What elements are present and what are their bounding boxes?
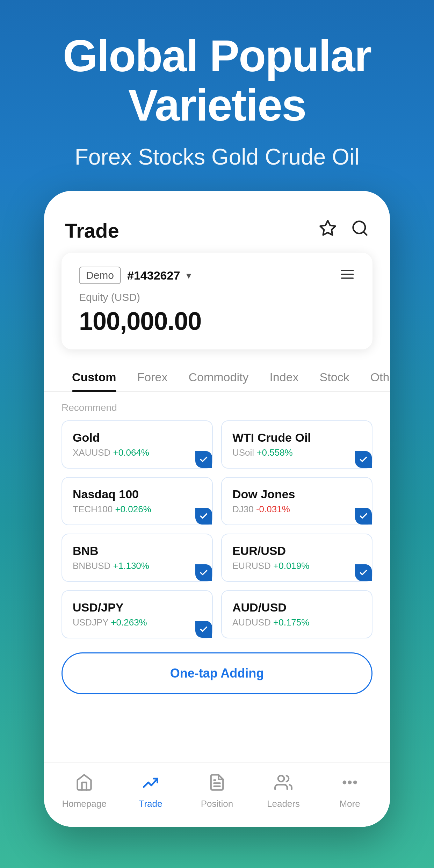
tab-index[interactable]: Index (259, 363, 309, 391)
check-badge (195, 564, 212, 581)
instrument-card-wti[interactable]: WTI Crude Oil USoil +0.558% (221, 420, 372, 469)
tab-custom[interactable]: Custom (62, 363, 127, 391)
instrument-change: +0.064% (113, 447, 149, 458)
check-badge (195, 451, 212, 468)
instrument-card-bnb[interactable]: BNB BNBUSD +1.130% (62, 534, 213, 582)
svg-point-10 (349, 781, 351, 783)
instrument-details: DJ30 -0.031% (232, 504, 361, 515)
instrument-details: USDJPY +0.263% (73, 617, 202, 628)
instrument-card-eurusd[interactable]: EUR/USD EURUSD +0.019% (221, 534, 372, 582)
instrument-change: +0.175% (273, 617, 309, 628)
instrument-details: AUDUSD +0.175% (232, 617, 361, 628)
home-icon (75, 773, 93, 794)
instrument-symbol: XAUUSD (73, 447, 113, 458)
leaders-icon (274, 773, 292, 794)
instrument-details: USoil +0.558% (232, 447, 361, 458)
one-tap-adding-button[interactable]: One-tap Adding (62, 652, 372, 694)
nav-label-trade: Trade (139, 798, 162, 809)
check-badge (355, 451, 372, 468)
svg-point-8 (278, 775, 284, 781)
phone-container: Trade Demo #1432627 ▾ (44, 191, 390, 827)
position-icon (208, 773, 226, 794)
instrument-name: BNB (73, 544, 202, 558)
watchlist-icon[interactable] (319, 219, 337, 241)
instrument-details: TECH100 +0.026% (73, 504, 202, 515)
more-icon (341, 773, 359, 794)
instrument-card-dow[interactable]: Dow Jones DJ30 -0.031% (221, 477, 372, 525)
instrument-symbol: USDJPY (73, 617, 111, 628)
tab-stock[interactable]: Stock (309, 363, 360, 391)
instrument-details: XAUUSD +0.064% (73, 447, 202, 458)
hamburger-menu-icon[interactable] (340, 267, 355, 284)
instrument-change: +0.263% (111, 617, 147, 628)
check-badge (195, 621, 212, 638)
nav-item-homepage[interactable]: Homepage (58, 773, 110, 809)
instrument-symbol: BNBUSD (73, 560, 113, 571)
nav-label-homepage: Homepage (62, 798, 106, 809)
svg-point-11 (354, 781, 356, 783)
recommend-label: Recommend (44, 402, 390, 420)
instrument-symbol: EURUSD (232, 560, 273, 571)
trade-icon (142, 773, 160, 794)
instrument-change: -0.031% (256, 504, 290, 514)
chevron-down-icon[interactable]: ▾ (186, 270, 191, 281)
nav-label-more: More (339, 798, 360, 809)
app-title: Trade (65, 219, 119, 242)
instrument-card-nasdaq[interactable]: Nasdaq 100 TECH100 +0.026% (62, 477, 213, 525)
instrument-symbol: USoil (232, 447, 256, 458)
instrument-card-gold[interactable]: Gold XAUUSD +0.064% (62, 420, 213, 469)
tab-commodity[interactable]: Commodity (178, 363, 259, 391)
nav-item-more[interactable]: More (324, 773, 376, 809)
instrument-symbol: AUDUSD (232, 617, 273, 628)
hero-title: Global Popular Varieties (21, 31, 413, 130)
instrument-change: +0.026% (115, 504, 151, 514)
instrument-name: Gold (73, 431, 202, 444)
instrument-change: +0.558% (256, 447, 292, 458)
check-badge (355, 508, 372, 525)
instrument-name: AUD/USD (232, 601, 361, 614)
equity-label: Equity (USD) (79, 291, 355, 303)
demo-badge: Demo (79, 267, 121, 284)
tab-other[interactable]: Othe (360, 363, 390, 391)
check-badge (355, 564, 372, 581)
tab-forex[interactable]: Forex (127, 363, 178, 391)
instrument-name: WTI Crude Oil (232, 431, 361, 444)
account-row: Demo #1432627 ▾ (79, 267, 355, 284)
nav-item-trade[interactable]: Trade (124, 773, 177, 809)
header-icons (319, 219, 369, 241)
instrument-change: +0.019% (273, 560, 309, 571)
instrument-symbol: DJ30 (232, 504, 256, 514)
instrument-name: USD/JPY (73, 601, 202, 614)
equity-value: 100,000.00 (79, 307, 355, 335)
svg-point-9 (343, 781, 346, 783)
account-number[interactable]: #1432627 (127, 269, 180, 282)
instrument-card-audusd[interactable]: AUD/USD AUDUSD +0.175% (221, 590, 372, 638)
svg-marker-0 (320, 220, 335, 235)
instrument-change: +1.130% (113, 560, 149, 571)
instrument-details: BNBUSD +1.130% (73, 560, 202, 571)
nav-label-position: Position (201, 798, 233, 809)
app-header: Trade (44, 212, 390, 253)
hero-section: Global Popular Varieties Forex Stocks Go… (0, 0, 434, 191)
instrument-card-usdjpy[interactable]: USD/JPY USDJPY +0.263% (62, 590, 213, 638)
instrument-details: EURUSD +0.019% (232, 560, 361, 571)
search-icon[interactable] (351, 219, 369, 241)
check-badge (195, 508, 212, 525)
account-card: Demo #1432627 ▾ Equity (USD) 100,000.00 (62, 253, 372, 349)
svg-line-2 (363, 232, 367, 235)
hero-subtitle: Forex Stocks Gold Crude Oil (21, 144, 413, 170)
bottom-navigation: Homepage Trade Position (44, 762, 390, 827)
nav-label-leaders: Leaders (267, 798, 300, 809)
instrument-name: EUR/USD (232, 544, 361, 558)
instruments-grid: Gold XAUUSD +0.064% WTI Crude Oil USoil … (44, 420, 390, 638)
account-left: Demo #1432627 ▾ (79, 267, 191, 284)
instrument-name: Dow Jones (232, 487, 361, 501)
tabs-row: Custom Forex Commodity Index Stock Othe (44, 363, 390, 392)
instrument-symbol: TECH100 (73, 504, 115, 514)
nav-item-position[interactable]: Position (191, 773, 243, 809)
nav-item-leaders[interactable]: Leaders (257, 773, 310, 809)
instrument-name: Nasdaq 100 (73, 487, 202, 501)
